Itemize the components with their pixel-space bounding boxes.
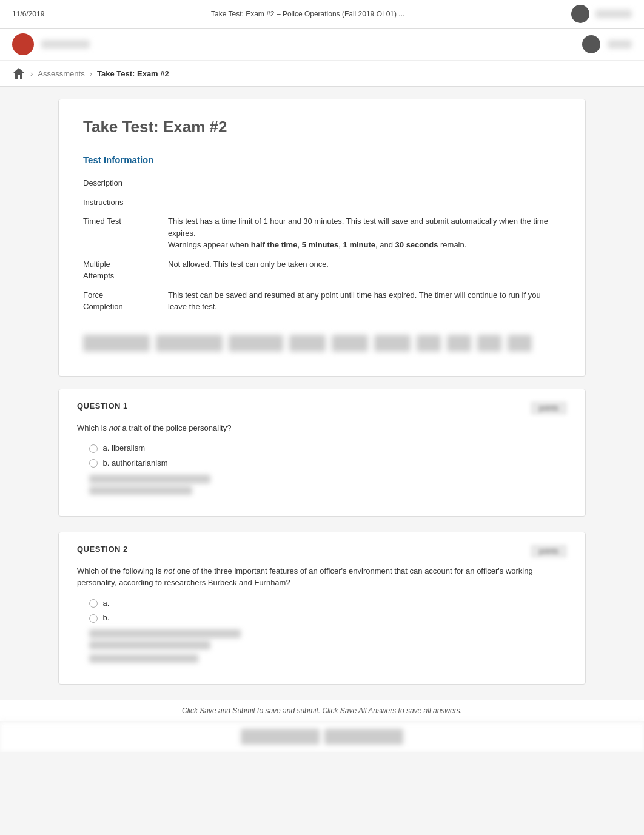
blurred-answer-1d (89, 486, 192, 495)
radio-1b[interactable] (89, 459, 98, 468)
info-label-instructions: Instructions (83, 193, 168, 212)
bottom-bar: Click Save and Submit to save and submit… (0, 700, 644, 721)
test-main-title: Take Test: Exam #2 (83, 118, 561, 136)
blurred-btn-10 (508, 335, 532, 352)
breadcrumb-assessments[interactable]: Assessments (38, 69, 84, 78)
blurred-btn-3 (229, 335, 283, 352)
info-row-force: ForceCompletion This test can be saved a… (83, 286, 561, 317)
top-bar-right (571, 5, 632, 23)
info-label-description: Description (83, 173, 168, 193)
nav-left (12, 33, 90, 55)
info-value-attempts: Not allowed. This test can only be taken… (168, 255, 561, 286)
question-block-2: QUESTION 2 points Which of the following… (58, 532, 586, 685)
breadcrumb-separator-2: › (90, 69, 92, 78)
info-value-description (168, 173, 561, 193)
question-1-label: QUESTION 1 (77, 401, 128, 411)
info-label-timed: Timed Test (83, 212, 168, 255)
top-bar: 11/6/2019 Take Test: Exam #2 – Police Op… (0, 0, 644, 29)
info-row-attempts: MultipleAttempts Not allowed. This test … (83, 255, 561, 286)
breadcrumb-current: Take Test: Exam #2 (97, 69, 169, 78)
blurred-user-name (41, 40, 90, 49)
radio-2a[interactable] (89, 599, 98, 608)
question-2-label: QUESTION 2 (77, 545, 128, 554)
question-2-answer-a: a. (77, 596, 567, 611)
info-row-instructions: Instructions (83, 193, 561, 212)
svg-marker-0 (13, 68, 24, 79)
radio-1a[interactable] (89, 444, 98, 453)
test-info-heading: Test Information (83, 155, 561, 165)
page-date: 11/6/2019 (12, 10, 44, 18)
radio-2b[interactable] (89, 614, 98, 623)
info-value-instructions (168, 193, 561, 212)
info-table: Description Instructions Timed Test This… (83, 173, 561, 317)
blurred-2d (89, 641, 210, 649)
blurred-btn-5 (332, 335, 368, 352)
blurred-btn-9 (477, 335, 501, 352)
user-avatar (12, 33, 34, 55)
blurred-btn-7 (417, 335, 441, 352)
question-2-points: points (531, 545, 567, 558)
blurred-answer-1c (89, 475, 210, 483)
question-2-blurred-answers (77, 629, 567, 663)
blurred-nav-item (595, 10, 632, 18)
info-row-description: Description (83, 173, 561, 193)
question-1-text: Which is not a trait of the police perso… (77, 422, 567, 434)
blurred-2c (89, 629, 241, 638)
footer-blurred (0, 721, 644, 752)
info-label-attempts: MultipleAttempts (83, 255, 168, 286)
question-1-answer-b: b. authoritarianism (77, 456, 567, 471)
nav-right (582, 35, 632, 53)
info-row-timed: Timed Test This test has a time limit of… (83, 212, 561, 255)
test-info-section: Test Information Description Instruction… (83, 155, 561, 317)
breadcrumb-separator-1: › (30, 69, 33, 78)
footer-btn-save-all (324, 729, 403, 745)
info-value-force: This test can be saved and resumed at an… (168, 286, 561, 317)
question-2-answer-b: b. (77, 611, 567, 626)
question-1-blurred-answers (77, 475, 567, 495)
breadcrumb-strip: › Assessments › Take Test: Exam #2 (0, 61, 644, 87)
home-icon[interactable] (12, 67, 25, 80)
nav-area (0, 29, 644, 61)
blurred-btn-2 (156, 335, 223, 352)
nav-icon-right (582, 35, 600, 53)
blurred-2e (89, 654, 198, 663)
blurred-btn-8 (447, 335, 471, 352)
main-container: Take Test: Exam #2 Test Information Desc… (49, 99, 595, 377)
question-1-header: QUESTION 1 points (77, 401, 567, 415)
blurred-btn-6 (374, 335, 411, 352)
test-card: Take Test: Exam #2 Test Information Desc… (58, 99, 586, 377)
info-label-force: ForceCompletion (83, 286, 168, 317)
blurred-button-row (83, 335, 561, 352)
question-block-1: QUESTION 1 points Which is not a trait o… (58, 389, 586, 517)
info-value-timed: This test has a time limit of 1 hour and… (168, 212, 561, 255)
user-avatar-small (571, 5, 589, 23)
footer-btn-save-submit (241, 729, 320, 745)
blurred-nav-right (608, 40, 632, 49)
question-1-answer-a: a. liberalism (77, 441, 567, 456)
blurred-btn-4 (289, 335, 326, 352)
bottom-bar-text: Click Save and Submit to save and submit… (182, 706, 462, 715)
blurred-btn-1 (83, 335, 150, 352)
page-title: Take Test: Exam #2 – Police Operations (… (44, 10, 571, 18)
question-2-header: QUESTION 2 points (77, 545, 567, 558)
question-1-points: points (531, 401, 567, 415)
questions-area: QUESTION 1 points Which is not a trait o… (49, 389, 595, 685)
question-2-text: Which of the following is not one of the… (77, 565, 567, 589)
